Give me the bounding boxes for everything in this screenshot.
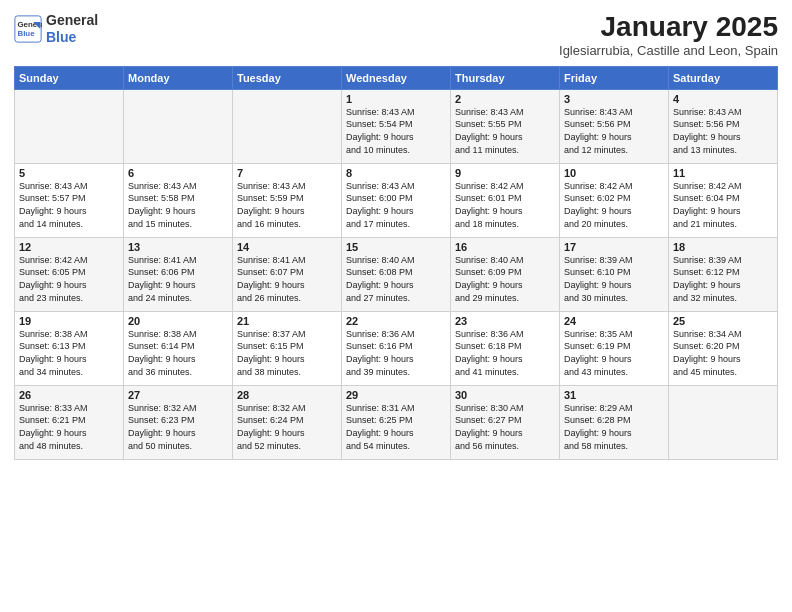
cell-info: Sunrise: 8:29 AM Sunset: 6:28 PM Dayligh… <box>564 402 664 452</box>
day-number: 23 <box>455 315 555 327</box>
cell-info: Sunrise: 8:42 AM Sunset: 6:02 PM Dayligh… <box>564 180 664 230</box>
cell-info: Sunrise: 8:42 AM Sunset: 6:04 PM Dayligh… <box>673 180 773 230</box>
page: General Blue General Blue January 2025 I… <box>0 0 792 612</box>
cell-info: Sunrise: 8:43 AM Sunset: 5:59 PM Dayligh… <box>237 180 337 230</box>
day-number: 13 <box>128 241 228 253</box>
subtitle: Iglesiarrubia, Castille and Leon, Spain <box>559 43 778 58</box>
day-number: 8 <box>346 167 446 179</box>
calendar-cell: 5Sunrise: 8:43 AM Sunset: 5:57 PM Daylig… <box>15 163 124 237</box>
cell-info: Sunrise: 8:41 AM Sunset: 6:07 PM Dayligh… <box>237 254 337 304</box>
calendar-cell: 15Sunrise: 8:40 AM Sunset: 6:08 PM Dayli… <box>342 237 451 311</box>
cell-info: Sunrise: 8:41 AM Sunset: 6:06 PM Dayligh… <box>128 254 228 304</box>
cell-info: Sunrise: 8:43 AM Sunset: 5:58 PM Dayligh… <box>128 180 228 230</box>
day-number: 16 <box>455 241 555 253</box>
day-number: 30 <box>455 389 555 401</box>
day-number: 15 <box>346 241 446 253</box>
header-day-friday: Friday <box>560 66 669 89</box>
cell-info: Sunrise: 8:43 AM Sunset: 5:56 PM Dayligh… <box>564 106 664 156</box>
calendar-cell: 31Sunrise: 8:29 AM Sunset: 6:28 PM Dayli… <box>560 385 669 459</box>
calendar-cell: 14Sunrise: 8:41 AM Sunset: 6:07 PM Dayli… <box>233 237 342 311</box>
day-number: 2 <box>455 93 555 105</box>
cell-info: Sunrise: 8:37 AM Sunset: 6:15 PM Dayligh… <box>237 328 337 378</box>
header-day-tuesday: Tuesday <box>233 66 342 89</box>
day-number: 10 <box>564 167 664 179</box>
cell-info: Sunrise: 8:43 AM Sunset: 6:00 PM Dayligh… <box>346 180 446 230</box>
calendar-cell: 20Sunrise: 8:38 AM Sunset: 6:14 PM Dayli… <box>124 311 233 385</box>
cell-info: Sunrise: 8:32 AM Sunset: 6:23 PM Dayligh… <box>128 402 228 452</box>
calendar-cell: 10Sunrise: 8:42 AM Sunset: 6:02 PM Dayli… <box>560 163 669 237</box>
day-number: 20 <box>128 315 228 327</box>
day-number: 31 <box>564 389 664 401</box>
calendar-cell: 13Sunrise: 8:41 AM Sunset: 6:06 PM Dayli… <box>124 237 233 311</box>
calendar-cell: 4Sunrise: 8:43 AM Sunset: 5:56 PM Daylig… <box>669 89 778 163</box>
cell-info: Sunrise: 8:39 AM Sunset: 6:12 PM Dayligh… <box>673 254 773 304</box>
calendar-cell: 17Sunrise: 8:39 AM Sunset: 6:10 PM Dayli… <box>560 237 669 311</box>
day-number: 5 <box>19 167 119 179</box>
calendar-cell: 22Sunrise: 8:36 AM Sunset: 6:16 PM Dayli… <box>342 311 451 385</box>
cell-info: Sunrise: 8:30 AM Sunset: 6:27 PM Dayligh… <box>455 402 555 452</box>
day-number: 18 <box>673 241 773 253</box>
week-row-2: 5Sunrise: 8:43 AM Sunset: 5:57 PM Daylig… <box>15 163 778 237</box>
calendar-cell: 21Sunrise: 8:37 AM Sunset: 6:15 PM Dayli… <box>233 311 342 385</box>
calendar-cell <box>669 385 778 459</box>
cell-info: Sunrise: 8:36 AM Sunset: 6:16 PM Dayligh… <box>346 328 446 378</box>
day-number: 27 <box>128 389 228 401</box>
calendar-cell: 7Sunrise: 8:43 AM Sunset: 5:59 PM Daylig… <box>233 163 342 237</box>
calendar-cell: 28Sunrise: 8:32 AM Sunset: 6:24 PM Dayli… <box>233 385 342 459</box>
calendar-cell <box>233 89 342 163</box>
week-row-1: 1Sunrise: 8:43 AM Sunset: 5:54 PM Daylig… <box>15 89 778 163</box>
calendar-cell: 11Sunrise: 8:42 AM Sunset: 6:04 PM Dayli… <box>669 163 778 237</box>
day-number: 3 <box>564 93 664 105</box>
day-number: 19 <box>19 315 119 327</box>
week-row-5: 26Sunrise: 8:33 AM Sunset: 6:21 PM Dayli… <box>15 385 778 459</box>
title-block: January 2025 Iglesiarrubia, Castille and… <box>559 12 778 58</box>
cell-info: Sunrise: 8:43 AM Sunset: 5:54 PM Dayligh… <box>346 106 446 156</box>
calendar-cell: 24Sunrise: 8:35 AM Sunset: 6:19 PM Dayli… <box>560 311 669 385</box>
day-number: 21 <box>237 315 337 327</box>
cell-info: Sunrise: 8:32 AM Sunset: 6:24 PM Dayligh… <box>237 402 337 452</box>
calendar-cell: 8Sunrise: 8:43 AM Sunset: 6:00 PM Daylig… <box>342 163 451 237</box>
calendar-cell: 6Sunrise: 8:43 AM Sunset: 5:58 PM Daylig… <box>124 163 233 237</box>
day-number: 9 <box>455 167 555 179</box>
day-number: 11 <box>673 167 773 179</box>
calendar-cell: 26Sunrise: 8:33 AM Sunset: 6:21 PM Dayli… <box>15 385 124 459</box>
day-number: 25 <box>673 315 773 327</box>
calendar-cell <box>124 89 233 163</box>
logo-text-line1: General <box>46 12 98 29</box>
calendar-cell <box>15 89 124 163</box>
day-number: 1 <box>346 93 446 105</box>
calendar-table: SundayMondayTuesdayWednesdayThursdayFrid… <box>14 66 778 460</box>
week-row-3: 12Sunrise: 8:42 AM Sunset: 6:05 PM Dayli… <box>15 237 778 311</box>
cell-info: Sunrise: 8:43 AM Sunset: 5:56 PM Dayligh… <box>673 106 773 156</box>
day-number: 29 <box>346 389 446 401</box>
calendar-header: SundayMondayTuesdayWednesdayThursdayFrid… <box>15 66 778 89</box>
header-row: SundayMondayTuesdayWednesdayThursdayFrid… <box>15 66 778 89</box>
day-number: 28 <box>237 389 337 401</box>
cell-info: Sunrise: 8:36 AM Sunset: 6:18 PM Dayligh… <box>455 328 555 378</box>
cell-info: Sunrise: 8:40 AM Sunset: 6:09 PM Dayligh… <box>455 254 555 304</box>
day-number: 24 <box>564 315 664 327</box>
day-number: 6 <box>128 167 228 179</box>
calendar-cell: 19Sunrise: 8:38 AM Sunset: 6:13 PM Dayli… <box>15 311 124 385</box>
day-number: 4 <box>673 93 773 105</box>
cell-info: Sunrise: 8:42 AM Sunset: 6:01 PM Dayligh… <box>455 180 555 230</box>
header-day-saturday: Saturday <box>669 66 778 89</box>
svg-text:Blue: Blue <box>18 29 36 38</box>
calendar-cell: 9Sunrise: 8:42 AM Sunset: 6:01 PM Daylig… <box>451 163 560 237</box>
logo-text-line2: Blue <box>46 29 98 46</box>
logo: General Blue General Blue <box>14 12 98 46</box>
day-number: 12 <box>19 241 119 253</box>
calendar-cell: 12Sunrise: 8:42 AM Sunset: 6:05 PM Dayli… <box>15 237 124 311</box>
day-number: 7 <box>237 167 337 179</box>
calendar-cell: 18Sunrise: 8:39 AM Sunset: 6:12 PM Dayli… <box>669 237 778 311</box>
cell-info: Sunrise: 8:38 AM Sunset: 6:14 PM Dayligh… <box>128 328 228 378</box>
cell-info: Sunrise: 8:40 AM Sunset: 6:08 PM Dayligh… <box>346 254 446 304</box>
cell-info: Sunrise: 8:34 AM Sunset: 6:20 PM Dayligh… <box>673 328 773 378</box>
day-number: 17 <box>564 241 664 253</box>
header-day-thursday: Thursday <box>451 66 560 89</box>
cell-info: Sunrise: 8:43 AM Sunset: 5:55 PM Dayligh… <box>455 106 555 156</box>
calendar-cell: 16Sunrise: 8:40 AM Sunset: 6:09 PM Dayli… <box>451 237 560 311</box>
header-day-wednesday: Wednesday <box>342 66 451 89</box>
calendar-cell: 25Sunrise: 8:34 AM Sunset: 6:20 PM Dayli… <box>669 311 778 385</box>
logo-icon: General Blue <box>14 15 42 43</box>
